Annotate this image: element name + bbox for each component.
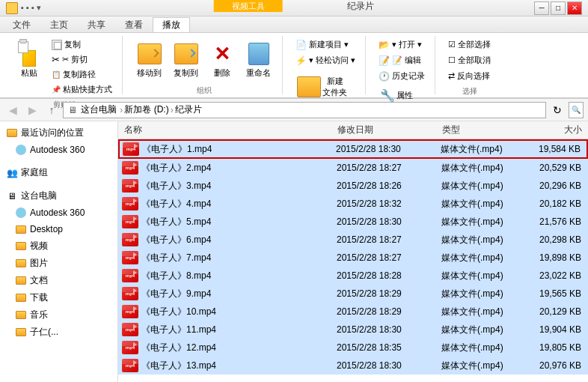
new-folder-label: 新建 文件夹 — [322, 76, 347, 98]
table-row[interactable]: mp4 《电子人》5.mp4 2015/2/28 18:30 媒体文件(.mp4… — [118, 213, 588, 231]
tab-view[interactable]: 查看 — [115, 17, 153, 32]
new-folder-button[interactable]: 新建 文件夹 — [292, 72, 352, 102]
table-row[interactable]: mp4 《电子人》4.mp4 2015/2/28 18:32 媒体文件(.mp4… — [118, 195, 588, 213]
up-button[interactable]: ↑ — [43, 102, 60, 118]
computer-icon-path: 🖥 — [68, 105, 77, 115]
sidebar-item-autodesk1[interactable]: Autodesk 360 — [0, 142, 117, 158]
table-row[interactable]: mp4 《电子人》8.mp4 2015/2/28 18:28 媒体文件(.mp4… — [118, 267, 588, 285]
tool-tab-label: 视频工具 纪录片 — [214, 0, 375, 13]
open-button[interactable]: 📂 ▾ 打开 ▾ — [375, 37, 426, 52]
sidebar-item-recent[interactable]: 最近访问的位置 — [0, 124, 117, 142]
sidebar-item-documents[interactable]: 文档 — [0, 272, 117, 289]
minimize-button[interactable]: ─ — [534, 1, 549, 15]
table-row[interactable]: mp4 《电子人》13.mp4 2015/2/28 18:30 媒体文件(.mp… — [118, 357, 588, 375]
col-date[interactable]: 修改日期 — [337, 124, 442, 136]
history-icon: 🕐 — [379, 71, 390, 82]
table-row[interactable]: mp4 《电子人》11.mp4 2015/2/28 18:30 媒体文件(.mp… — [118, 321, 588, 339]
file-type: 媒体文件(.mp4) — [441, 143, 523, 156]
table-row[interactable]: mp4 《电子人》3.mp4 2015/2/28 18:26 媒体文件(.mp4… — [118, 177, 588, 195]
select-all-button[interactable]: ☑ 全部选择 — [444, 37, 494, 52]
file-list: 名称 修改日期 类型 大小 mp4 《电子人》1.mp4 2015/2/28 1… — [118, 121, 588, 382]
copy-to-button[interactable]: 复制到 — [168, 37, 203, 82]
pictures-icon — [15, 258, 27, 270]
table-row[interactable]: mp4 《电子人》2.mp4 2015/2/28 18:27 媒体文件(.mp4… — [118, 159, 588, 177]
file-size: 20,976 KB — [524, 360, 587, 371]
paste-shortcut-icon: 📌 — [52, 85, 61, 94]
col-type[interactable]: 类型 — [442, 124, 524, 136]
file-date: 2015/2/28 18:27 — [337, 234, 441, 245]
col-name[interactable]: 名称 — [118, 124, 337, 136]
ribbon-tabs: 文件 主页 共享 查看 播放 — [0, 16, 588, 33]
tab-home[interactable]: 主页 — [40, 17, 78, 32]
delete-icon: ✕ — [210, 42, 234, 66]
sidebar-item-music[interactable]: 音乐 — [0, 306, 117, 324]
copy-button[interactable]: 复制 — [48, 37, 116, 52]
sidebar-item-desktop[interactable]: Desktop — [0, 221, 117, 237]
ribbon-group-clipboard: 粘贴 复制 ✂ ✂ 剪切 📋 复制路径 📌 — [6, 36, 123, 94]
new-item-label: 新建项目 ▾ — [309, 39, 349, 50]
table-row[interactable]: mp4 《电子人》12.mp4 2015/2/28 18:35 媒体文件(.mp… — [118, 339, 588, 357]
search-input[interactable]: 🔍 — [569, 102, 584, 118]
cut-button[interactable]: ✂ ✂ 剪切 — [48, 52, 116, 67]
file-name: mp4 《电子人》4.mp4 — [119, 197, 337, 210]
sidebar-item-other[interactable]: 子仁(... — [0, 324, 117, 341]
sidebar-item-autodesk2[interactable]: Autodesk 360 — [0, 204, 117, 221]
file-name: mp4 《电子人》7.mp4 — [119, 251, 337, 264]
tab-file[interactable]: 文件 — [3, 17, 40, 32]
documents-icon — [15, 275, 27, 287]
maximize-button[interactable]: □ — [551, 1, 566, 15]
path-text: 这台电脑 — [77, 103, 118, 116]
file-size: 20,129 KB — [524, 306, 587, 317]
refresh-button[interactable]: ↻ — [549, 102, 566, 118]
select-none-button[interactable]: ☐ 全部取消 — [444, 53, 494, 67]
delete-button[interactable]: ✕ 删除 — [205, 37, 239, 82]
easy-access-button[interactable]: ⚡ ▾ 轻松访问 ▾ — [292, 53, 359, 67]
tab-play[interactable]: 播放 — [153, 17, 190, 32]
forward-button[interactable]: ▶ — [24, 102, 40, 118]
sidebar-item-video[interactable]: 视频 — [0, 237, 117, 255]
title-bar-left: ▪ ▪ ▪ ▾ — [6, 2, 41, 14]
sidebar-item-computer[interactable]: 🖥 这台电脑 — [0, 187, 117, 204]
file-type: 媒体文件(.mp4) — [441, 342, 524, 354]
file-date: 2015/2/28 18:27 — [337, 252, 441, 263]
move-button[interactable]: 移动到 — [132, 37, 167, 82]
table-row[interactable]: mp4 《电子人》6.mp4 2015/2/28 18:27 媒体文件(.mp4… — [118, 231, 588, 249]
sidebar-item-pictures[interactable]: 图片 — [0, 255, 117, 272]
tab-share[interactable]: 共享 — [78, 17, 115, 32]
file-icon: mp4 — [122, 323, 138, 336]
address-path[interactable]: 🖥 这台电脑 › 新加卷 (D:) › 纪录片 — [63, 102, 546, 118]
file-name: mp4 《电子人》12.mp4 — [119, 341, 337, 354]
history-button[interactable]: 🕐 历史记录 — [375, 69, 429, 83]
copy-path-icon: 📋 — [52, 70, 61, 79]
rename-button[interactable]: 重命名 — [241, 37, 276, 82]
sidebar-item-homegroup[interactable]: 👥 家庭组 — [0, 164, 117, 181]
new-buttons: 📄 新建项目 ▾ ⚡ ▾ 轻松访问 ▾ 新建 文件夹 — [292, 37, 359, 102]
paste-shortcut-button[interactable]: 📌 粘贴快捷方式 — [48, 82, 116, 97]
file-name: mp4 《电子人》3.mp4 — [119, 179, 337, 192]
file-type: 媒体文件(.mp4) — [441, 234, 524, 246]
table-row[interactable]: mp4 《电子人》1.mp4 2015/2/28 18:30 媒体文件(.mp4… — [118, 139, 588, 159]
edit-button[interactable]: 📝 📝 编辑 — [375, 53, 425, 67]
file-icon: mp4 — [122, 341, 138, 354]
copy-path-button[interactable]: 📋 复制路径 — [48, 67, 116, 82]
table-row[interactable]: mp4 《电子人》9.mp4 2015/2/28 18:29 媒体文件(.mp4… — [118, 285, 588, 303]
quick-access: ▪ ▪ ▪ ▾ — [21, 3, 41, 13]
file-icon: mp4 — [122, 251, 138, 264]
back-button[interactable]: ◀ — [4, 102, 21, 118]
rename-label: 重命名 — [246, 67, 271, 79]
sidebar-item-downloads[interactable]: 下载 — [0, 289, 117, 306]
select-all-label: 全部选择 — [458, 39, 491, 50]
table-row[interactable]: mp4 《电子人》7.mp4 2015/2/28 18:27 媒体文件(.mp4… — [118, 249, 588, 267]
new-item-button[interactable]: 📄 新建项目 ▾ — [292, 37, 352, 52]
col-size[interactable]: 大小 — [524, 124, 588, 136]
move-label: 移动到 — [137, 67, 162, 79]
table-row[interactable]: mp4 《电子人》10.mp4 2015/2/28 18:29 媒体文件(.mp… — [118, 303, 588, 321]
invert-button[interactable]: ⇄ 反向选择 — [444, 69, 494, 83]
close-button[interactable]: ✕ — [567, 1, 582, 15]
file-date: 2015/2/28 18:29 — [337, 306, 441, 317]
file-type: 媒体文件(.mp4) — [441, 324, 524, 336]
window-controls[interactable]: ─ □ ✕ — [534, 1, 582, 15]
file-icon: mp4 — [122, 359, 138, 372]
paste-button[interactable]: 粘贴 — [12, 37, 46, 82]
file-icon: mp4 — [122, 305, 138, 318]
